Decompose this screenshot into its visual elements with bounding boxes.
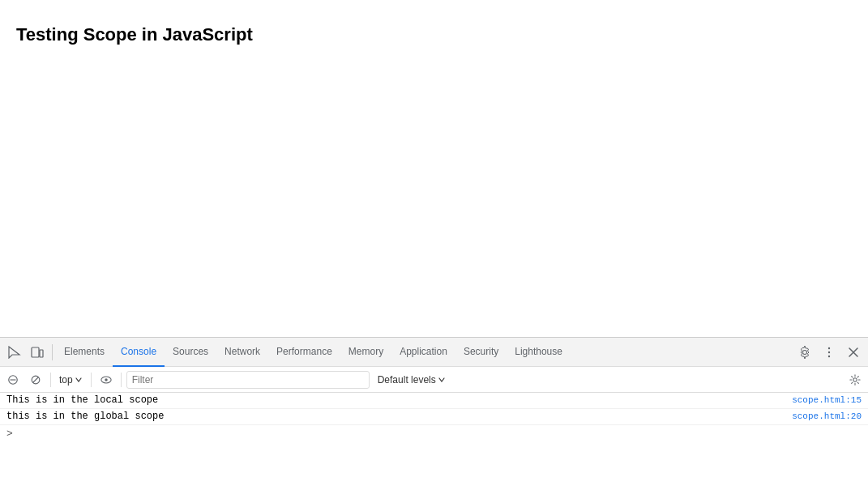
tab-right-icons	[793, 341, 865, 364]
clear-console-icon[interactable]	[3, 370, 23, 390]
context-selector[interactable]: top	[56, 373, 86, 387]
tab-security[interactable]: Security	[455, 338, 507, 367]
svg-point-10	[105, 378, 108, 381]
filter-wrapper	[126, 371, 370, 389]
console-source-2[interactable]: scope.html:20	[792, 411, 862, 421]
svg-point-2	[828, 347, 830, 348]
tab-memory[interactable]: Memory	[340, 338, 391, 367]
svg-rect-1	[40, 350, 43, 357]
svg-rect-0	[32, 347, 39, 357]
tab-console[interactable]: Console	[113, 338, 165, 367]
default-levels-button[interactable]: Default levels	[373, 373, 451, 387]
svg-point-4	[828, 355, 830, 356]
console-caret: >	[6, 428, 13, 440]
context-value: top	[59, 374, 73, 386]
svg-line-8	[33, 377, 39, 382]
svg-point-3	[828, 351, 830, 352]
console-row-1: This is in the local scope scope.html:15	[0, 393, 868, 409]
svg-point-11	[853, 377, 857, 381]
levels-dropdown-icon	[438, 376, 446, 384]
more-options-icon[interactable]	[818, 341, 840, 364]
toolbar-separator-3	[121, 373, 122, 387]
page-title: Testing Scope in JavaScript	[16, 24, 852, 45]
console-text-2: this is in the global scope	[6, 411, 164, 422]
tab-performance[interactable]: Performance	[268, 338, 340, 367]
console-source-1[interactable]: scope.html:15	[792, 395, 862, 405]
context-dropdown-icon	[75, 376, 83, 384]
page-content: Testing Scope in JavaScript	[0, 0, 868, 70]
default-levels-label: Default levels	[378, 374, 436, 386]
inspect-element-icon[interactable]	[3, 341, 26, 364]
console-output: This is in the local scope scope.html:15…	[0, 393, 868, 490]
toolbar-separator-1	[50, 373, 51, 387]
devtools-toolbar: top Default levels	[0, 367, 868, 393]
settings-icon[interactable]	[793, 341, 816, 364]
devtools-tab-bar: Elements Console Sources Network Perform…	[0, 338, 868, 367]
toolbar-separator-2	[91, 373, 92, 387]
tab-application[interactable]: Application	[391, 338, 455, 367]
console-text-1: This is in the local scope	[6, 394, 158, 406]
close-devtools-icon[interactable]	[842, 341, 865, 364]
tab-network[interactable]: Network	[216, 338, 268, 367]
eye-icon[interactable]	[96, 370, 116, 390]
device-toggle-icon[interactable]	[26, 341, 49, 364]
block-requests-icon[interactable]	[26, 370, 45, 390]
tab-lighthouse[interactable]: Lighthouse	[507, 338, 571, 367]
devtools-panel: Elements Console Sources Network Perform…	[0, 337, 868, 490]
console-prompt-row[interactable]: >	[0, 425, 868, 442]
tab-sources[interactable]: Sources	[165, 338, 216, 367]
tab-elements[interactable]: Elements	[56, 338, 113, 367]
console-row-2: this is in the global scope scope.html:2…	[0, 409, 868, 425]
tab-separator-left	[52, 344, 53, 360]
console-settings-icon[interactable]	[845, 370, 865, 390]
filter-input[interactable]	[127, 371, 369, 389]
